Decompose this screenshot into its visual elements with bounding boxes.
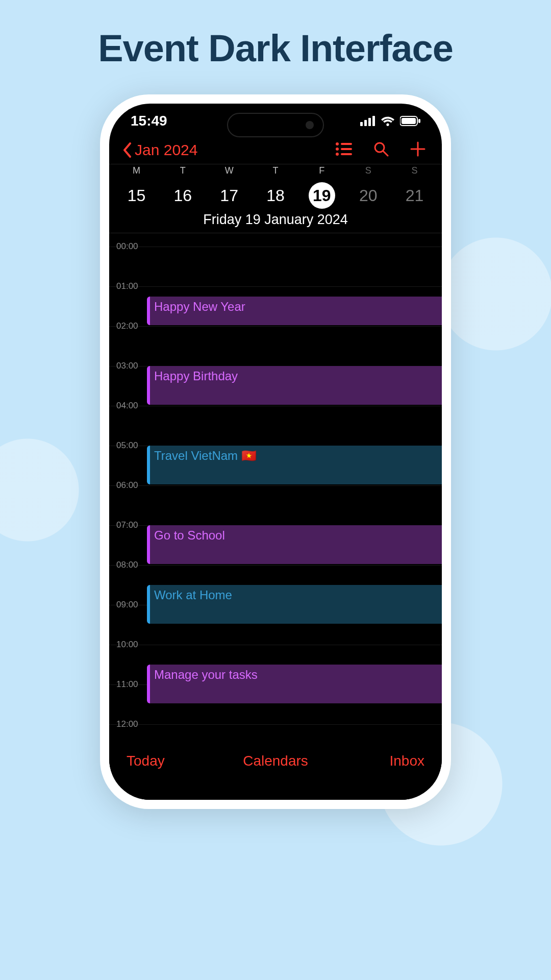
calendar-event[interactable]: Manage your tasks <box>147 665 442 703</box>
hour-label: 12:00 <box>116 719 138 729</box>
status-time: 15:49 <box>131 113 167 129</box>
day-column[interactable]: T18 <box>253 165 299 210</box>
svg-rect-10 <box>341 148 352 150</box>
hour-gridline: 00:00 <box>109 247 442 247</box>
hour-label: 10:00 <box>116 640 138 650</box>
day-number[interactable]: 16 <box>160 181 206 210</box>
hour-label: 03:00 <box>116 361 138 371</box>
day-number[interactable]: 21 <box>391 181 438 210</box>
tab-calendars[interactable]: Calendars <box>243 753 308 769</box>
tab-inbox[interactable]: Inbox <box>390 753 425 769</box>
hour-label: 09:00 <box>116 600 138 610</box>
day-column[interactable]: M15 <box>113 165 160 210</box>
back-to-month-button[interactable]: Jan 2024 <box>121 141 197 159</box>
hour-label: 00:00 <box>116 241 138 252</box>
day-column[interactable]: S21 <box>391 165 438 210</box>
hour-label: 04:00 <box>116 401 138 411</box>
day-of-week-label: T <box>253 165 299 181</box>
calendar-event[interactable]: Happy New Year <box>147 297 442 326</box>
svg-rect-0 <box>360 122 363 126</box>
wifi-icon <box>381 116 395 126</box>
day-of-week-label: S <box>345 165 391 181</box>
hour-gridline: 08:00 <box>109 565 442 566</box>
svg-line-14 <box>383 151 388 156</box>
day-column[interactable]: F19 <box>298 165 345 210</box>
list-icon <box>336 142 352 156</box>
status-icons <box>360 116 420 126</box>
day-column[interactable]: W17 <box>206 165 253 210</box>
hour-gridline: 04:00 <box>109 406 442 406</box>
calendar-event[interactable]: Work at Home <box>147 585 442 624</box>
day-of-week-label: M <box>113 165 160 181</box>
calendar-event[interactable]: Go to School <box>147 525 442 564</box>
svg-rect-5 <box>402 118 416 124</box>
hour-label: 06:00 <box>116 480 138 491</box>
event-title: Travel VietNam 🇻🇳 <box>154 449 257 462</box>
day-of-week-label: F <box>298 165 345 181</box>
hour-label: 08:00 <box>116 560 138 570</box>
svg-rect-1 <box>364 120 367 126</box>
phone-screen: 15:49 Jan 2024 <box>109 104 442 800</box>
hour-gridline: 10:00 <box>109 645 442 645</box>
promo-title: Event Dark Interface <box>0 0 551 70</box>
hour-label: 01:00 <box>116 281 138 291</box>
add-event-button[interactable] <box>410 141 425 159</box>
cellular-icon <box>360 116 375 126</box>
day-of-week-label: S <box>391 165 438 181</box>
svg-rect-6 <box>418 119 420 123</box>
calendar-event[interactable]: Happy Birthday <box>147 366 442 405</box>
search-button[interactable] <box>373 141 389 159</box>
day-number[interactable]: 17 <box>206 181 253 210</box>
day-column[interactable]: S20 <box>345 165 391 210</box>
day-number[interactable]: 19 <box>298 181 345 210</box>
hour-label: 07:00 <box>116 520 138 530</box>
svg-point-9 <box>336 148 339 151</box>
day-of-week-label: W <box>206 165 253 181</box>
event-title: Work at Home <box>154 588 232 602</box>
week-strip: M15T16W17T18F19S20S21 <box>109 164 442 210</box>
date-heading: Friday 19 January 2024 <box>109 210 442 233</box>
calendar-nav-bar: Jan 2024 <box>109 138 442 164</box>
chevron-left-icon <box>121 142 133 158</box>
event-title: Happy New Year <box>154 300 245 313</box>
calendar-event[interactable]: Travel VietNam 🇻🇳 <box>147 446 442 484</box>
day-number[interactable]: 20 <box>345 181 391 210</box>
search-icon <box>373 141 389 157</box>
day-timeline[interactable]: 00:0001:0002:0003:0004:0005:0006:0007:00… <box>109 233 442 748</box>
list-view-button[interactable] <box>336 142 352 158</box>
svg-rect-3 <box>372 116 375 126</box>
event-title: Manage your tasks <box>154 668 258 681</box>
svg-rect-8 <box>341 143 352 145</box>
hour-gridline: 01:00 <box>109 286 442 287</box>
phone-frame: 15:49 Jan 2024 <box>100 94 451 809</box>
hour-gridline: 02:00 <box>109 326 442 327</box>
day-of-week-label: T <box>160 165 206 181</box>
event-title: Go to School <box>154 528 225 542</box>
svg-point-7 <box>336 142 339 145</box>
event-title: Happy Birthday <box>154 369 238 383</box>
bottom-tab-bar: Today Calendars Inbox <box>109 744 442 800</box>
hour-label: 11:00 <box>116 679 138 690</box>
plus-icon <box>410 141 425 157</box>
tab-today[interactable]: Today <box>127 753 165 769</box>
month-label: Jan 2024 <box>135 141 197 159</box>
day-number[interactable]: 18 <box>253 181 299 210</box>
hour-gridline: 12:00 <box>109 724 442 725</box>
hour-gridline: 06:00 <box>109 485 442 486</box>
svg-rect-2 <box>368 118 371 126</box>
svg-point-11 <box>336 153 339 156</box>
dynamic-island <box>227 113 324 137</box>
hour-label: 05:00 <box>116 440 138 451</box>
battery-icon <box>400 116 420 126</box>
hour-label: 02:00 <box>116 321 138 331</box>
svg-rect-12 <box>341 153 352 155</box>
day-number[interactable]: 15 <box>113 181 160 210</box>
day-column[interactable]: T16 <box>160 165 206 210</box>
